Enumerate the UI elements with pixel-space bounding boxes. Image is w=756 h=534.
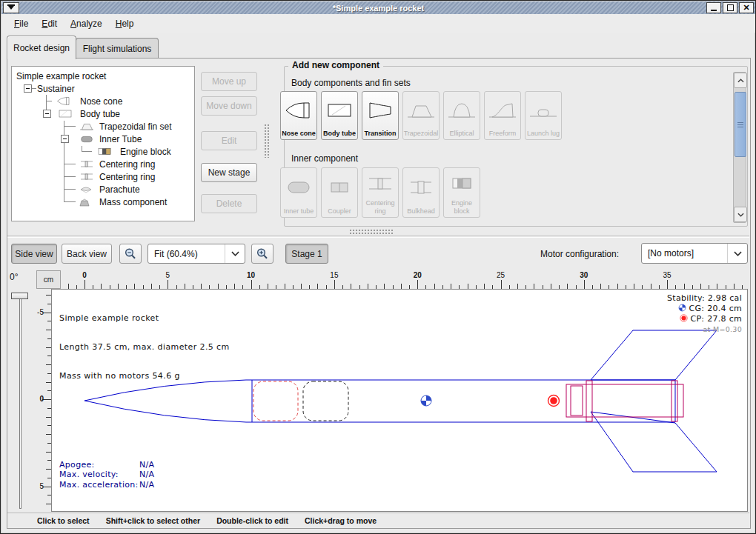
- vertical-ruler: -505: [36, 289, 51, 512]
- stability-info: Stability: 2.98 cal CG: 20.4 cm CP: 27.8…: [667, 293, 742, 335]
- component-button-label: Launch lug: [527, 130, 560, 137]
- maximize-icon: [727, 4, 734, 11]
- add-freeform-fin-button[interactable]: Freeform: [484, 91, 521, 140]
- menu-file[interactable]: File: [7, 16, 35, 31]
- scrollbar-grip-icon: [737, 122, 743, 127]
- menu-edit[interactable]: Edit: [35, 16, 64, 31]
- new-stage-button[interactable]: New stage: [201, 163, 257, 182]
- nose-cone-icon: [284, 92, 314, 130]
- component-panel-scrollbar[interactable]: [733, 72, 746, 223]
- horizontal-splitter[interactable]: [7, 236, 749, 238]
- add-coupler-button[interactable]: Coupler: [321, 167, 358, 218]
- tab-rocket-design[interactable]: Rocket design: [7, 36, 76, 59]
- collapse-handle-icon[interactable]: [61, 135, 69, 143]
- tree-item-parachute[interactable]: Parachute: [12, 183, 194, 196]
- vertical-splitter-handle[interactable]: [264, 124, 269, 158]
- zoom-select[interactable]: Fit (60.4%): [147, 244, 245, 264]
- rocket-canvas[interactable]: Simple example rocket Length 37.5 cm, ma…: [51, 289, 748, 512]
- scrollbar-thumb[interactable]: [735, 92, 746, 157]
- tree-item-inner-tube[interactable]: Inner Tube: [12, 133, 194, 145]
- tree-item-body-tube[interactable]: Body tube: [12, 107, 194, 120]
- transition-icon: [365, 92, 395, 130]
- launch-lug-icon: [528, 92, 558, 130]
- zoom-in-button[interactable]: [251, 244, 273, 264]
- add-body-tube-button[interactable]: Body tube: [321, 91, 358, 140]
- inner-component-label: Inner component: [291, 153, 358, 164]
- tree-item-label: Centering ring: [99, 172, 155, 182]
- app-window: *Simple example rocket ✕ File Edit Analy…: [0, 0, 756, 534]
- add-trapezoidal-fin-button[interactable]: Trapezoidal: [402, 91, 440, 140]
- edit-button[interactable]: Edit: [201, 131, 257, 150]
- collapse-handle-icon[interactable]: [24, 84, 32, 93]
- minimize-button[interactable]: [706, 2, 721, 13]
- cp-label: CP:: [690, 314, 704, 324]
- nose-cone-icon: [52, 96, 76, 106]
- rotation-slider-track[interactable]: [19, 296, 21, 509]
- title-bar[interactable]: *Simple example rocket ✕: [1, 1, 755, 14]
- cg-value: 20.4 cm: [707, 304, 742, 313]
- menu-analyze[interactable]: Analyze: [64, 16, 109, 31]
- body-components-label: Body components and fin sets: [291, 78, 411, 88]
- rotation-angle-value: 0°: [10, 272, 18, 282]
- move-up-button[interactable]: Move up: [201, 72, 257, 91]
- component-button-label: Freeform: [489, 130, 517, 137]
- add-nose-cone-button[interactable]: Nose cone: [280, 91, 317, 140]
- add-bulkhead-button[interactable]: Bulkhead: [402, 167, 440, 218]
- engine-block-icon: [447, 168, 477, 199]
- status-hint: Click+drag to move: [305, 516, 377, 525]
- motor-configuration-select[interactable]: [No motors]: [641, 243, 748, 264]
- tree-item-rocket[interactable]: Simple example rocket: [12, 70, 194, 82]
- component-tree[interactable]: Simple example rocket Sustainer Nose con…: [11, 66, 195, 221]
- move-down-button[interactable]: Move down: [201, 96, 257, 116]
- inner-tube-icon: [284, 168, 314, 207]
- side-view-toggle[interactable]: Side view: [11, 244, 57, 264]
- maximize-button[interactable]: [723, 2, 737, 13]
- back-view-toggle[interactable]: Back view: [62, 244, 112, 264]
- magnifier-minus-icon: [124, 247, 137, 261]
- scroll-down-button[interactable]: [734, 207, 747, 222]
- menu-bar: File Edit Analyze Help: [1, 14, 755, 33]
- tree-item-nose-cone[interactable]: Nose cone: [12, 95, 194, 107]
- tree-item-label: Engine block: [120, 147, 171, 157]
- add-engine-block-button[interactable]: Engine block: [443, 167, 480, 218]
- add-launch-lug-button[interactable]: Launch lug: [525, 91, 562, 140]
- tree-item-centering-ring-1[interactable]: Centering ring: [12, 158, 194, 170]
- tree-item-mass-component[interactable]: Mass component: [12, 196, 194, 208]
- add-transition-button[interactable]: Transition: [362, 91, 399, 140]
- add-centering-ring-button[interactable]: Centering ring: [362, 167, 399, 218]
- zoom-select-value: Fit (60.4%): [148, 249, 225, 259]
- collapse-handle-icon[interactable]: [43, 110, 51, 118]
- stability-value: 2.98 cal: [708, 293, 742, 303]
- tree-item-label: Sustainer: [37, 84, 75, 94]
- tree-item-sustainer[interactable]: Sustainer: [12, 82, 194, 95]
- tree-item-centering-ring-2[interactable]: Centering ring: [12, 170, 194, 183]
- cp-legend-icon: [680, 314, 688, 322]
- cg-marker: [421, 396, 431, 406]
- close-button[interactable]: ✕: [739, 2, 754, 13]
- tab-flight-simulations[interactable]: Flight simulations: [76, 38, 159, 59]
- scroll-up-button[interactable]: [734, 73, 747, 88]
- add-elliptical-fin-button[interactable]: Elliptical: [443, 91, 480, 140]
- menu-help[interactable]: Help: [109, 16, 141, 31]
- stage-1-toggle[interactable]: Stage 1: [285, 244, 328, 264]
- centering-ring-icon: [365, 168, 395, 199]
- horizontal-splitter-handle[interactable]: [349, 229, 394, 234]
- cg-label: CG:: [689, 304, 705, 313]
- tree-item-trapezoidal-fin-set[interactable]: Trapezoidal fin set: [12, 120, 194, 133]
- status-bar: Click to select Shift+click to select ot…: [7, 513, 749, 528]
- rotation-slider-handle[interactable]: [11, 293, 28, 299]
- component-button-label: Engine block: [444, 199, 480, 215]
- add-component-title: Add new component: [288, 60, 383, 70]
- add-inner-tube-button[interactable]: Inner tube: [280, 167, 317, 218]
- status-hint: Shift+click to select other: [106, 516, 201, 525]
- delete-button[interactable]: Delete: [201, 194, 257, 213]
- body-tube-icon: [53, 109, 77, 119]
- status-hint: Double-click to edit: [216, 516, 288, 525]
- tree-item-engine-block[interactable]: Engine block: [12, 145, 194, 158]
- centering-ring-icon: [77, 172, 96, 181]
- cg-legend-icon: [678, 304, 686, 312]
- zoom-out-button[interactable]: [119, 244, 142, 264]
- tree-item-label: Body tube: [80, 109, 120, 119]
- motor-configuration-value: [No motors]: [642, 248, 727, 258]
- bulkhead-icon: [406, 168, 436, 207]
